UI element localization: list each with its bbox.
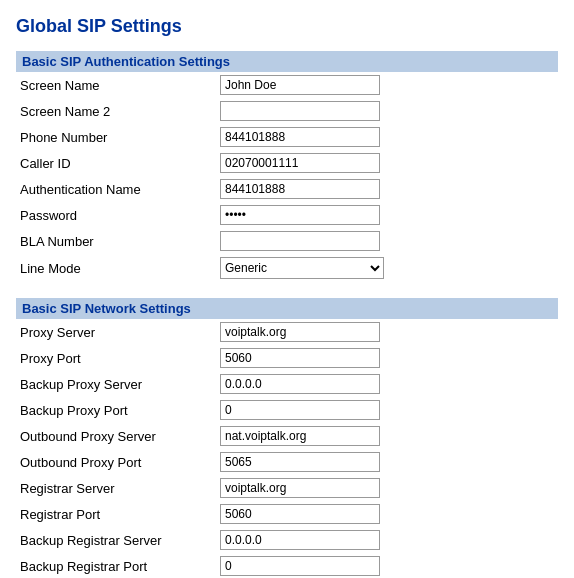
label-proxy-port: Proxy Port [16,345,216,371]
input-backup-registrar-port[interactable] [220,556,380,576]
input-registrar-port[interactable] [220,504,380,524]
input-outbound-proxy-server[interactable] [220,426,380,446]
label-password: Password [16,202,216,228]
input-phone-number[interactable] [220,127,380,147]
label-backup-proxy-port: Backup Proxy Port [16,397,216,423]
row-backup-proxy-server: Backup Proxy Server [16,371,558,397]
network-section-header: Basic SIP Network Settings [16,298,558,319]
label-caller-id: Caller ID [16,150,216,176]
auth-section-header: Basic SIP Authentication Settings [16,51,558,72]
row-screen-name-2: Screen Name 2 [16,98,558,124]
row-auth-name: Authentication Name [16,176,558,202]
label-backup-registrar-server: Backup Registrar Server [16,527,216,553]
label-backup-registrar-port: Backup Registrar Port [16,553,216,578]
row-screen-name: Screen Name [16,72,558,98]
label-outbound-proxy-server: Outbound Proxy Server [16,423,216,449]
row-proxy-port: Proxy Port [16,345,558,371]
input-screen-name-2[interactable] [220,101,380,121]
row-caller-id: Caller ID [16,150,558,176]
row-outbound-proxy-server: Outbound Proxy Server [16,423,558,449]
label-phone-number: Phone Number [16,124,216,150]
input-registrar-server[interactable] [220,478,380,498]
row-proxy-server: Proxy Server [16,319,558,345]
row-registrar-server: Registrar Server [16,475,558,501]
input-auth-name[interactable] [220,179,380,199]
label-bla-number: BLA Number [16,228,216,254]
row-registrar-port: Registrar Port [16,501,558,527]
row-line-mode: Line ModeGenericBLAMLA [16,254,558,282]
label-auth-name: Authentication Name [16,176,216,202]
label-screen-name-2: Screen Name 2 [16,98,216,124]
label-backup-proxy-server: Backup Proxy Server [16,371,216,397]
auth-settings-table: Screen NameScreen Name 2Phone NumberCall… [16,72,558,282]
row-outbound-proxy-port: Outbound Proxy Port [16,449,558,475]
row-bla-number: BLA Number [16,228,558,254]
network-settings-table: Proxy ServerProxy PortBackup Proxy Serve… [16,319,558,578]
label-screen-name: Screen Name [16,72,216,98]
input-proxy-port[interactable] [220,348,380,368]
row-backup-registrar-port: Backup Registrar Port [16,553,558,578]
page-title: Global SIP Settings [16,16,558,37]
label-outbound-proxy-port: Outbound Proxy Port [16,449,216,475]
label-registrar-server: Registrar Server [16,475,216,501]
input-backup-proxy-port[interactable] [220,400,380,420]
row-password: Password [16,202,558,228]
input-backup-registrar-server[interactable] [220,530,380,550]
input-screen-name[interactable] [220,75,380,95]
label-registrar-port: Registrar Port [16,501,216,527]
line-mode-select[interactable]: GenericBLAMLA [220,257,384,279]
input-proxy-server[interactable] [220,322,380,342]
label-line-mode: Line Mode [16,254,216,282]
input-backup-proxy-server[interactable] [220,374,380,394]
input-password[interactable] [220,205,380,225]
input-bla-number[interactable] [220,231,380,251]
row-phone-number: Phone Number [16,124,558,150]
input-outbound-proxy-port[interactable] [220,452,380,472]
row-backup-proxy-port: Backup Proxy Port [16,397,558,423]
label-proxy-server: Proxy Server [16,319,216,345]
input-caller-id[interactable] [220,153,380,173]
row-backup-registrar-server: Backup Registrar Server [16,527,558,553]
